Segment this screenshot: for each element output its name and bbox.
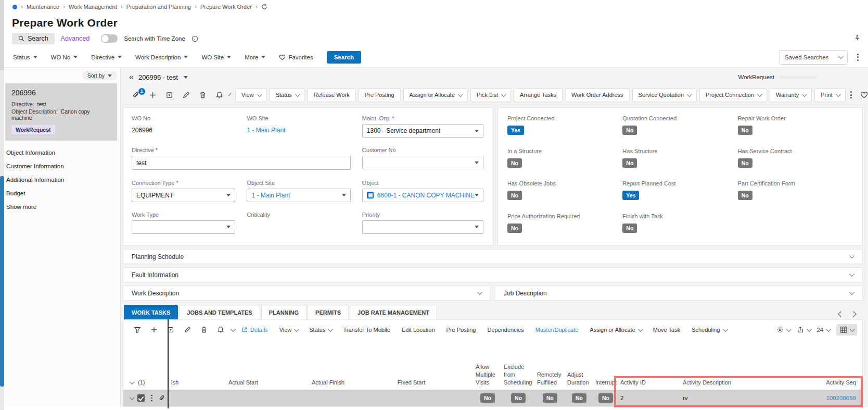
- breadcrumb-item-maintenance[interactable]: Maintenance: [27, 4, 59, 10]
- column-header-actual-start[interactable]: Actual Start: [226, 379, 310, 387]
- edit-row-icon[interactable]: [181, 324, 194, 336]
- arrange-tasks-button[interactable]: Arrange Tasks: [514, 88, 563, 102]
- sort-by-button[interactable]: Sort by: [82, 71, 117, 80]
- add-icon[interactable]: [146, 89, 160, 101]
- edit-icon[interactable]: [179, 89, 193, 101]
- page-size-select[interactable]: 24: [817, 327, 829, 333]
- filter-wo-site[interactable]: WO Site: [201, 54, 231, 60]
- advanced-search-link[interactable]: Advanced: [61, 35, 90, 42]
- priority-select[interactable]: [362, 220, 483, 234]
- row-notifications-bell-icon[interactable]: [214, 324, 227, 336]
- cell-activity-seq-link[interactable]: 100208659: [826, 395, 856, 401]
- release-work-button[interactable]: Release Work: [308, 88, 356, 102]
- row-expand-icon[interactable]: [130, 395, 135, 400]
- refresh-icon[interactable]: [261, 4, 267, 10]
- bell-dropdown-icon[interactable]: [228, 93, 232, 96]
- table-view-button[interactable]: View: [275, 327, 302, 333]
- details-button[interactable]: Details: [237, 327, 272, 333]
- filter-more[interactable]: More: [245, 54, 265, 60]
- sidebar-item-show-more[interactable]: Show more: [5, 200, 117, 214]
- tab-permits[interactable]: PERMITS: [308, 305, 349, 319]
- search-submit-button[interactable]: Search: [327, 51, 361, 64]
- record-card-selected[interactable]: 206996 Directive: test Object Descriptio…: [5, 83, 117, 141]
- wo-site-link[interactable]: 1 - Main Plant: [247, 124, 350, 134]
- tab-work-tasks[interactable]: WORK TASKS: [124, 305, 178, 319]
- table-row[interactable]: No No No No No 2 rv 100208659: [123, 390, 862, 406]
- pin-icon[interactable]: [854, 34, 861, 41]
- filter-directive[interactable]: Directive: [91, 54, 122, 60]
- more-options-kebab-icon[interactable]: [855, 53, 861, 62]
- collapse-list-icon[interactable]: «: [129, 73, 134, 81]
- filter-icon[interactable]: [131, 324, 144, 336]
- column-header-actual-finish[interactable]: Actual Finish: [310, 379, 395, 387]
- customer-no-select[interactable]: [362, 156, 483, 169]
- breadcrumb-item-prepare-work-order[interactable]: Prepare Work Order: [200, 4, 252, 10]
- row-attachment-icon[interactable]: [159, 395, 165, 402]
- breadcrumb-item-preparation-planning[interactable]: Preparation and Planning: [126, 4, 191, 10]
- info-icon[interactable]: [192, 35, 198, 42]
- breadcrumb-item-work-management[interactable]: Work Management: [69, 4, 117, 10]
- tabs-scroll-right-icon[interactable]: [850, 311, 856, 317]
- record-more-kebab-icon[interactable]: [848, 90, 854, 100]
- pre-posting-button[interactable]: Pre Posting: [359, 88, 401, 102]
- column-header-activity-description[interactable]: Activity Description: [681, 379, 780, 387]
- timezone-toggle[interactable]: [101, 34, 118, 43]
- sidebar-item-budget[interactable]: Budget: [5, 187, 117, 200]
- tab-jobs-and-templates[interactable]: JOBS AND TEMPLATES: [179, 305, 260, 319]
- directive-input[interactable]: [132, 156, 351, 170]
- tab-planning[interactable]: PLANNING: [261, 305, 307, 319]
- favorites-button[interactable]: Favorites: [279, 54, 313, 60]
- dependencies-button[interactable]: Dependencies: [483, 327, 528, 333]
- left-scrollbar-thumb[interactable]: [0, 176, 4, 387]
- master-duplicate-button[interactable]: Master/Duplicate: [531, 327, 583, 333]
- delete-icon[interactable]: [196, 89, 210, 101]
- assign-or-allocate-button[interactable]: Assign or Allocate: [403, 88, 468, 102]
- service-quotation-button[interactable]: Service Quotation: [632, 88, 697, 102]
- search-button[interactable]: Search: [12, 33, 55, 44]
- project-connection-button[interactable]: Project Connection: [699, 88, 767, 102]
- notifications-bell-icon[interactable]: [212, 89, 226, 101]
- saved-searches-select[interactable]: Saved Searches: [779, 50, 848, 65]
- column-header-activity-seq[interactable]: Activity Seq: [780, 379, 862, 387]
- row-checkbox[interactable]: [137, 394, 145, 402]
- maint-org-select[interactable]: 1300 - Service department: [362, 124, 483, 138]
- column-header-allow-multiple-visits[interactable]: Allow Multiple Visits: [474, 363, 502, 387]
- delete-row-icon[interactable]: [197, 324, 211, 336]
- work-order-address-button[interactable]: Work Order Address: [565, 88, 629, 102]
- table-assign-or-allocate-button[interactable]: Assign or Allocate: [585, 327, 645, 333]
- attachments-icon[interactable]: 1: [129, 89, 143, 101]
- record-title-dropdown-icon[interactable]: [184, 76, 188, 79]
- add-row-icon[interactable]: [147, 324, 161, 336]
- column-header-adjust-duration[interactable]: Adjust Duration: [565, 371, 593, 387]
- warranty-button[interactable]: Warranty: [770, 88, 812, 102]
- duplicate-icon[interactable]: [162, 89, 176, 101]
- sidebar-item-customer-information[interactable]: Customer Information: [5, 159, 117, 173]
- filter-status[interactable]: Status: [13, 54, 37, 60]
- row-kebab-icon[interactable]: [149, 394, 155, 403]
- table-export-icon[interactable]: [797, 326, 810, 333]
- column-header-ish[interactable]: ish: [169, 379, 226, 387]
- edit-location-button[interactable]: Edit Location: [398, 327, 439, 333]
- table-status-button[interactable]: Status: [305, 327, 336, 333]
- tabs-scroll-left-icon[interactable]: [838, 311, 844, 317]
- connection-type-select[interactable]: EQUIPMENT: [132, 189, 235, 202]
- pick-list-button[interactable]: Pick List: [470, 88, 511, 102]
- tab-job-rate-management[interactable]: JOB RATE MANAGEMENT: [350, 305, 437, 319]
- sidebar-item-object-information[interactable]: Object Information: [5, 146, 117, 159]
- section-planning-schedule[interactable]: Planning Schedule: [123, 249, 863, 264]
- status-button[interactable]: Status: [270, 88, 305, 102]
- left-scrollbar-track[interactable]: [0, 0, 4, 410]
- column-header-interrupt[interactable]: Interrupt: [593, 379, 618, 387]
- print-button[interactable]: Print: [814, 88, 846, 102]
- move-task-button[interactable]: Move Task: [649, 327, 684, 333]
- column-header-exclude-from-scheduling[interactable]: Exclude from Scheduling: [502, 363, 535, 387]
- group-collapse-icon[interactable]: [130, 379, 135, 384]
- filter-work-description[interactable]: Work Description: [135, 54, 188, 60]
- section-work-description[interactable]: Work Description: [123, 285, 491, 301]
- section-fault-information[interactable]: Fault Information: [123, 267, 863, 282]
- filter-wo-no[interactable]: WO No: [51, 54, 78, 60]
- column-resize-line[interactable]: [168, 319, 169, 408]
- grid-view-toggle[interactable]: [836, 324, 857, 336]
- view-button[interactable]: View: [235, 88, 267, 102]
- object-site-select[interactable]: 1 - Main Plant: [247, 189, 350, 202]
